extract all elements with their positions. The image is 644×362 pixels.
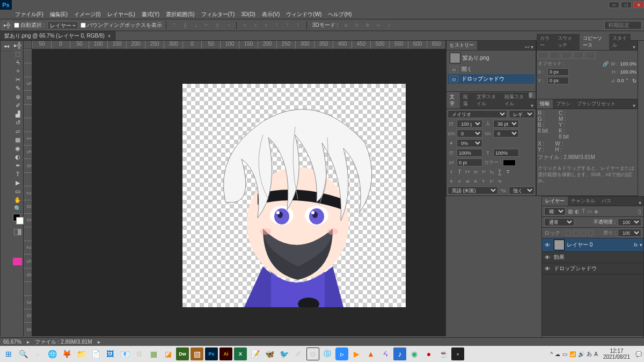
quick-mask-toggle[interactable] bbox=[14, 229, 21, 235]
text-color-swatch[interactable] bbox=[503, 160, 516, 166]
workspace-select[interactable] bbox=[604, 21, 642, 30]
vlc-icon[interactable]: ▲ bbox=[364, 347, 377, 360]
distribute-top-icon[interactable]: ≡ bbox=[240, 21, 249, 29]
tray-ime-icon[interactable]: あ bbox=[587, 350, 592, 358]
brush-tool[interactable]: ✐ bbox=[12, 101, 24, 110]
3d-pan-icon[interactable]: ✥ bbox=[363, 21, 372, 29]
app-icon-7[interactable]: ✐ bbox=[292, 347, 305, 360]
tray-wifi-icon[interactable]: 📶 bbox=[569, 351, 576, 357]
photoshop-taskbar-icon[interactable]: Ps bbox=[205, 347, 218, 360]
auto-select-dropdown[interactable]: レイヤー ÷ bbox=[47, 21, 78, 30]
antialias-select[interactable]: 強く bbox=[509, 186, 535, 194]
app-icon-10[interactable]: ◉ bbox=[408, 347, 421, 360]
pen-tool[interactable]: ✒ bbox=[12, 161, 24, 170]
app-icon-11[interactable]: ☕ bbox=[437, 347, 450, 360]
hand-tool[interactable]: ✋ bbox=[12, 196, 24, 204]
app-icon-1[interactable]: ▦ bbox=[147, 347, 160, 360]
distribute-hcenter-icon[interactable]: ⦀ bbox=[283, 21, 292, 29]
move-tool[interactable]: ▸╬ bbox=[12, 41, 24, 49]
tab-brushpreset[interactable]: ブラシプリセット bbox=[574, 99, 619, 108]
smallcaps-button[interactable]: Tt bbox=[472, 168, 479, 176]
auto-select-check[interactable]: 自動選択 : bbox=[14, 21, 45, 29]
tab-color[interactable]: カラー bbox=[537, 34, 554, 50]
align-left-icon[interactable]: ⊢ bbox=[202, 21, 211, 29]
dreamweaver-icon[interactable]: Dw bbox=[176, 347, 189, 360]
panel-menu-icon[interactable]: ▾ bbox=[631, 103, 638, 108]
filter-smart-icon[interactable]: ◈ bbox=[594, 208, 598, 214]
leading-select[interactable]: 36 pt bbox=[493, 120, 519, 128]
illustrator-icon[interactable]: Ai bbox=[219, 347, 232, 360]
align-bottom-icon[interactable]: ⊥ bbox=[192, 21, 200, 29]
subscript-button[interactable]: T₁ bbox=[488, 168, 495, 176]
filter-type-icon[interactable]: T bbox=[582, 208, 585, 214]
blend-mode-select[interactable]: 通常 bbox=[544, 218, 574, 226]
app-icon-3[interactable]: ▧ bbox=[191, 347, 203, 360]
lock-all-icon[interactable] bbox=[588, 230, 594, 236]
tray-cloud-icon[interactable]: ☁ bbox=[555, 351, 560, 357]
fx-toggle-icon[interactable]: ▾ bbox=[640, 242, 642, 248]
filter-shape-icon[interactable]: ▭ bbox=[587, 208, 592, 214]
crop-tool[interactable]: ✂ bbox=[12, 75, 24, 84]
eraser-tool[interactable]: ▱ bbox=[12, 127, 24, 135]
outlook-icon[interactable]: 📧 bbox=[118, 347, 131, 360]
link-icon[interactable]: 🔗 bbox=[603, 61, 609, 67]
history-document-row[interactable]: 髪あり.png bbox=[448, 52, 535, 64]
fi-lig-button[interactable]: fi bbox=[448, 177, 455, 185]
menu-window[interactable]: ウィンドウ(W) bbox=[283, 11, 325, 18]
distribute-vcenter-icon[interactable]: ≡ bbox=[251, 21, 260, 29]
zoom-icon[interactable]: ▹ bbox=[335, 347, 348, 360]
lasso-tool[interactable]: ᔦ bbox=[12, 58, 24, 67]
music-icon[interactable]: ♪ bbox=[393, 347, 406, 360]
strikethrough-button[interactable]: T̶ bbox=[504, 168, 511, 176]
skype-icon[interactable]: Ⓢ bbox=[321, 347, 334, 360]
font-size-select[interactable]: 100 pt bbox=[457, 120, 482, 128]
swash-button[interactable]: A bbox=[472, 177, 479, 185]
panel-menu-icon[interactable]: ▾ bbox=[631, 44, 638, 50]
eyedropper-tool[interactable]: ✎ bbox=[12, 84, 24, 92]
font-style-select[interactable]: レギュ… bbox=[509, 110, 535, 118]
menu-filter[interactable]: フィルター(T) bbox=[198, 11, 238, 18]
clone-slot-3[interactable] bbox=[561, 52, 572, 59]
tab-charstyle[interactable]: 文字スタイル bbox=[473, 92, 501, 108]
fx-badge[interactable]: fx bbox=[634, 242, 638, 248]
menu-help[interactable]: ヘルプ(H) bbox=[325, 11, 355, 18]
path-select-tool[interactable]: ▶ bbox=[12, 178, 24, 187]
underline-button[interactable]: T bbox=[496, 168, 503, 176]
distribute-bottom-icon[interactable]: ≡ bbox=[262, 21, 270, 29]
layer-dropshadow-row[interactable]: 👁 ドロップシャドウ bbox=[542, 263, 643, 274]
media-icon[interactable]: ▶ bbox=[350, 347, 363, 360]
tray-battery-icon[interactable]: ▭ bbox=[562, 351, 567, 357]
clone-slot-1[interactable] bbox=[538, 52, 548, 59]
cortana-button[interactable]: ○ bbox=[31, 347, 44, 360]
menu-edit[interactable]: 編集(E) bbox=[47, 11, 71, 18]
magic-wand-tool[interactable]: ✧ bbox=[12, 67, 24, 75]
minimize-button[interactable]: ─ bbox=[609, 2, 619, 8]
layer-filter-type[interactable]: 種類 bbox=[544, 207, 566, 215]
panel-menu-icon[interactable]: ↤ ▾ bbox=[523, 44, 536, 50]
history-brush-tool[interactable]: ↺ bbox=[12, 118, 24, 127]
tray-chevron-icon[interactable]: ^ bbox=[551, 351, 553, 357]
canvas-area[interactable] bbox=[32, 49, 445, 336]
maximize-button[interactable]: □ bbox=[621, 2, 632, 8]
align-vcenter-icon[interactable]: ╫ bbox=[181, 21, 189, 29]
layer-row-0[interactable]: 👁 レイヤー 0 fx ▾ bbox=[542, 238, 643, 252]
search-button[interactable]: 🔍 bbox=[17, 347, 30, 360]
zoom-level[interactable]: 66.67% bbox=[3, 339, 21, 345]
move-tool-icon[interactable]: ▸╬ bbox=[2, 20, 12, 30]
italic-button[interactable]: T bbox=[456, 168, 463, 176]
tab-style[interactable]: スタイル bbox=[609, 34, 631, 50]
app-icon-2[interactable]: ◪ bbox=[162, 347, 174, 360]
firefox-icon[interactable]: 🦊 bbox=[60, 347, 73, 360]
effect-visibility[interactable]: 👁 bbox=[543, 264, 552, 273]
collapsed-panel-icon[interactable]: ◂◂ bbox=[1, 41, 12, 52]
app-icon-6[interactable]: 🐦 bbox=[277, 347, 290, 360]
chrome-icon[interactable]: 🌐 bbox=[46, 347, 58, 360]
reset-icon[interactable]: ↻ bbox=[632, 78, 636, 84]
align-top-icon[interactable]: ⊤ bbox=[170, 21, 179, 29]
superscript-button[interactable]: T¹ bbox=[480, 168, 487, 176]
clone-stamp-tool[interactable]: ▟ bbox=[12, 110, 24, 118]
clone-slot-5[interactable] bbox=[585, 52, 596, 59]
3d-slide-icon[interactable]: ⇔ bbox=[374, 21, 383, 29]
history-step-open[interactable]: ▭ 開く bbox=[448, 64, 535, 74]
tray-lang-icon[interactable]: A bbox=[594, 351, 598, 357]
